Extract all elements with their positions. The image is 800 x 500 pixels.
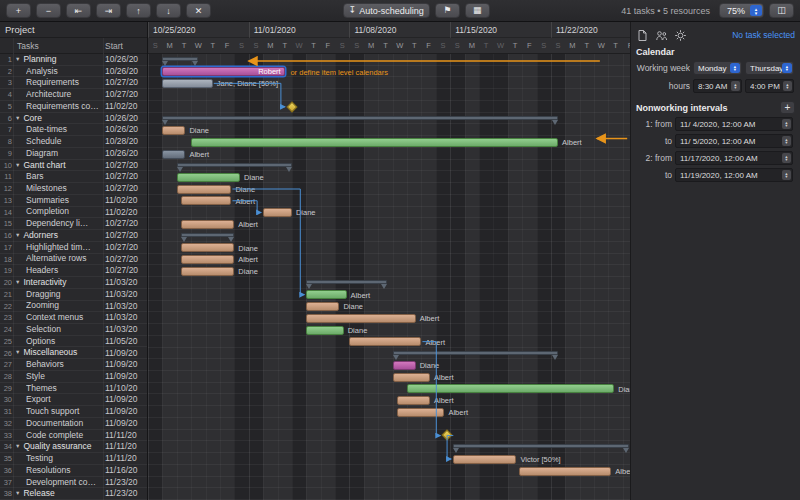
gantt-summary-bar[interactable]: [162, 57, 198, 61]
panel-toggle-button[interactable]: ◫: [769, 3, 794, 18]
add-interval-button[interactable]: +: [780, 101, 795, 114]
gantt-task-bar[interactable]: [453, 455, 516, 464]
table-row[interactable]: 8Schedule10/28/20: [0, 136, 147, 148]
settings-icon[interactable]: [674, 29, 687, 42]
table-row[interactable]: 6▼Core10/26/20: [0, 113, 147, 125]
table-row[interactable]: 34▼Quality assurance11/11/20: [0, 441, 147, 453]
table-row[interactable]: 18Alternative rows10/27/20: [0, 254, 147, 266]
gantt-task-bar[interactable]: [177, 173, 240, 182]
table-row[interactable]: 15Dependency li…10/27/20: [0, 218, 147, 230]
auto-scheduling-button[interactable]: ↧ Auto-scheduling: [343, 3, 430, 18]
gantt-task-bar[interactable]: [181, 267, 234, 276]
tasks-column-header[interactable]: Tasks: [17, 38, 39, 54]
stepper-icon[interactable]: ▴▾: [782, 136, 791, 146]
gantt-task-bar[interactable]: [181, 243, 234, 252]
table-row[interactable]: 2Analysis10/26/20: [0, 66, 147, 78]
table-row[interactable]: 23Context menus11/03/20: [0, 312, 147, 324]
disclosure-triangle-icon[interactable]: ▼: [15, 230, 20, 241]
table-row[interactable]: 13Summaries11/02/20: [0, 195, 147, 207]
disclosure-triangle-icon[interactable]: ▼: [15, 160, 20, 171]
gantt-task-bar[interactable]: [306, 326, 343, 335]
gantt-summary-bar[interactable]: [393, 351, 558, 355]
table-row[interactable]: 36Resolutions11/16/20: [0, 465, 147, 477]
interval-datetime-field[interactable]: 11/ 5/2020, 12:00 AM▴▾: [675, 134, 793, 148]
table-row[interactable]: 12Milestones10/27/20: [0, 183, 147, 195]
gantt-task-bar[interactable]: [263, 208, 292, 217]
gantt-summary-bar[interactable]: [177, 163, 292, 167]
gantt-task-bar[interactable]: [519, 467, 611, 476]
gantt-task-bar[interactable]: Robert: [162, 67, 284, 76]
remove-task-button[interactable]: −: [36, 3, 61, 18]
add-task-button[interactable]: +: [6, 3, 31, 18]
table-row[interactable]: 21Dragging11/03/20: [0, 289, 147, 301]
table-row[interactable]: 17Highlighted tim…10/27/20: [0, 242, 147, 254]
zoom-select[interactable]: 75% ▴▾: [719, 3, 764, 18]
resources-icon[interactable]: [655, 29, 668, 42]
document-icon[interactable]: [636, 29, 649, 42]
gantt-task-bar[interactable]: [162, 126, 185, 135]
working-week-start-select[interactable]: Monday ▴▾: [693, 61, 742, 75]
table-row[interactable]: 28Style11/09/20: [0, 371, 147, 383]
table-row[interactable]: 3Requirements10/27/20: [0, 77, 147, 89]
table-row[interactable]: 19Headers10/27/20: [0, 265, 147, 277]
table-row[interactable]: 29Themes11/10/20: [0, 383, 147, 395]
hours-start-field[interactable]: 8:30 AM ▴▾: [693, 79, 742, 93]
table-row[interactable]: 4Architecture10/27/20: [0, 89, 147, 101]
table-row[interactable]: 32Documentation11/09/20: [0, 418, 147, 430]
table-row[interactable]: 16▼Adorners10/27/20: [0, 230, 147, 242]
gantt-task-bar[interactable]: [181, 255, 234, 264]
chart-body[interactable]: RobertJane, Diane [50%]DianeAlbertAlbert…: [148, 54, 630, 500]
disclosure-triangle-icon[interactable]: ▼: [15, 441, 20, 452]
columns-button[interactable]: ▦: [465, 3, 490, 18]
gantt-task-bar[interactable]: [181, 196, 231, 205]
disclosure-triangle-icon[interactable]: ▼: [15, 488, 20, 499]
table-row[interactable]: 25Options11/05/20: [0, 336, 147, 348]
stepper-icon[interactable]: ▴▾: [782, 119, 791, 129]
interval-datetime-field[interactable]: 11/17/2020, 12:00 AM▴▾: [675, 151, 793, 165]
gantt-task-bar[interactable]: [393, 361, 416, 370]
gantt-task-bar[interactable]: [181, 220, 234, 229]
table-row[interactable]: 24Selection11/03/20: [0, 324, 147, 336]
table-row[interactable]: 20▼Interactivity11/03/20: [0, 277, 147, 289]
stepper-icon[interactable]: ▴▾: [782, 170, 791, 180]
stepper-icon[interactable]: ▴▾: [783, 81, 792, 91]
start-column-header[interactable]: Start: [105, 38, 123, 54]
disclosure-triangle-icon[interactable]: ▼: [15, 113, 20, 124]
table-row[interactable]: 7Date-times10/26/20: [0, 124, 147, 136]
gantt-task-bar[interactable]: [306, 290, 346, 299]
stepper-icon[interactable]: ▴▾: [782, 153, 791, 163]
table-row[interactable]: 37Development co…11/23/20: [0, 477, 147, 489]
gantt-task-bar[interactable]: [177, 185, 232, 194]
gantt-task-bar[interactable]: [393, 373, 430, 382]
table-row[interactable]: 9Diagram10/26/20: [0, 148, 147, 160]
table-row[interactable]: 38▼Release11/23/20: [0, 488, 147, 500]
table-row[interactable]: 35Testing11/11/20: [0, 453, 147, 465]
indent-button[interactable]: ⇥: [96, 3, 121, 18]
gantt-task-bar[interactable]: [162, 79, 212, 88]
working-week-end-select[interactable]: Thursday ▴▾: [745, 61, 794, 75]
disclosure-triangle-icon[interactable]: ▼: [15, 54, 20, 65]
gantt-task-bar[interactable]: [306, 302, 339, 311]
table-row[interactable]: 1▼Planning10/26/20: [0, 54, 147, 66]
gantt-summary-bar[interactable]: [306, 280, 387, 284]
gantt-task-bar[interactable]: [407, 384, 614, 393]
table-row[interactable]: 22Zooming11/03/20: [0, 301, 147, 313]
interval-datetime-field[interactable]: 11/ 4/2020, 12:00 AM▴▾: [675, 117, 793, 131]
table-row[interactable]: 5Requirements co…11/02/20: [0, 101, 147, 113]
table-row[interactable]: 33Code complete11/11/20: [0, 430, 147, 442]
table-row[interactable]: 26▼Miscellaneous11/09/20: [0, 348, 147, 360]
gantt-summary-bar[interactable]: [162, 116, 558, 120]
gantt-summary-bar[interactable]: [181, 233, 234, 237]
table-row[interactable]: 14Completion11/02/20: [0, 207, 147, 219]
gantt-task-bar[interactable]: [349, 337, 421, 346]
move-up-button[interactable]: ↑: [126, 3, 151, 18]
gantt-task-bar[interactable]: [306, 314, 415, 323]
outdent-button[interactable]: ⇤: [66, 3, 91, 18]
flag-button[interactable]: ⚑: [435, 3, 460, 18]
table-row[interactable]: 11Bars10/27/20: [0, 171, 147, 183]
gantt-task-bar[interactable]: [397, 408, 444, 417]
interval-datetime-field[interactable]: 11/19/2020, 12:00 AM▴▾: [675, 168, 793, 182]
disclosure-triangle-icon[interactable]: ▼: [15, 348, 20, 359]
hours-end-field[interactable]: 4:00 PM ▴▾: [745, 79, 794, 93]
table-row[interactable]: 27Behaviors11/09/20: [0, 359, 147, 371]
